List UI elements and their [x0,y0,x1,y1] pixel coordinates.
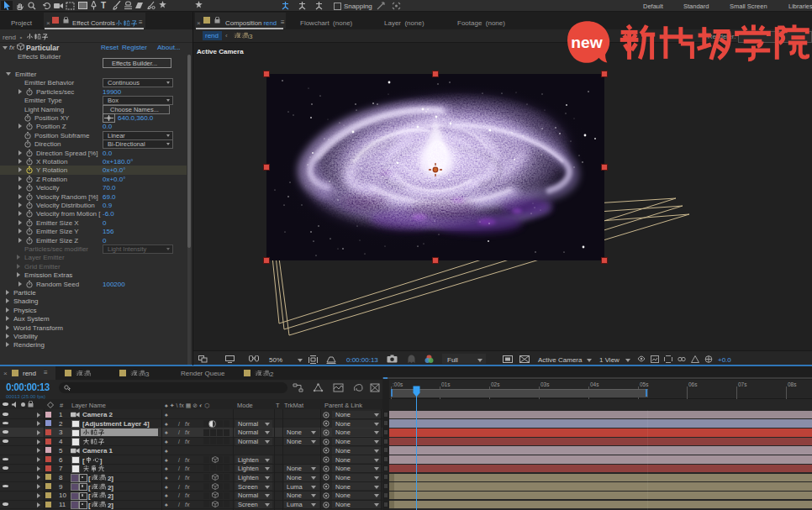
svg-text:new: new [571,34,602,51]
